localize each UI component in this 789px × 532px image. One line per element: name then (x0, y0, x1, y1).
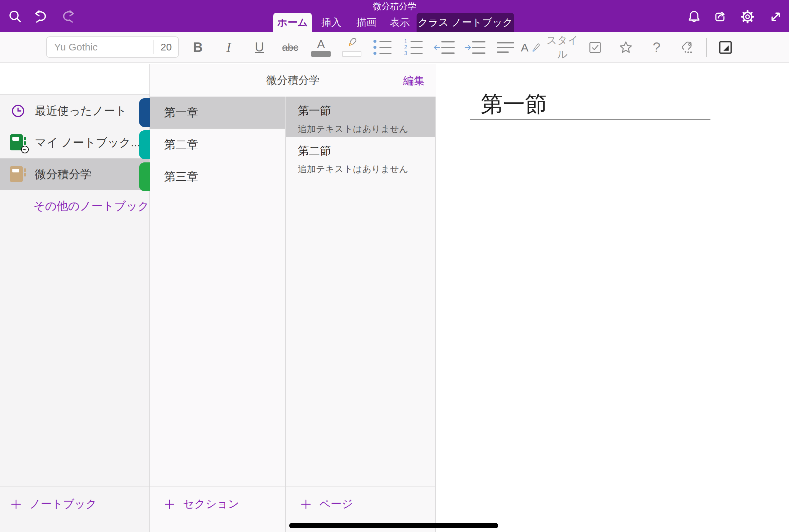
underline-button[interactable]: U (244, 32, 275, 62)
add-notebook-button[interactable]: ノートブック (11, 497, 97, 512)
section-color-tab (139, 130, 150, 159)
page-row-subtitle: 追加テキストはありません (298, 163, 435, 175)
highlight-button[interactable] (336, 32, 367, 62)
page-view-icon (718, 40, 733, 55)
question-icon: ? (653, 39, 660, 55)
highlighter-icon (345, 38, 358, 50)
settings-icon (739, 9, 755, 25)
tab-class-notebook[interactable]: クラス ノートブック (417, 13, 514, 32)
redo-button[interactable] (60, 9, 76, 25)
styles-button[interactable]: A スタイル (521, 32, 580, 62)
styles-brush-icon (530, 41, 540, 54)
section-row-2[interactable]: 第二章 (150, 129, 285, 161)
section-row-3[interactable]: 第三章 (150, 161, 285, 193)
page-row-title: 第二節 (298, 144, 435, 158)
tab-view[interactable]: 表示 (383, 13, 417, 32)
edit-button[interactable]: 編集 (401, 64, 427, 97)
bold-icon: B (193, 40, 203, 55)
section-row-1[interactable]: 第一章 (150, 97, 285, 129)
strikethrough-icon: abc (282, 42, 298, 53)
font-name-select[interactable]: Yu Gothic (47, 41, 153, 53)
page-row-title: 第一節 (298, 103, 435, 118)
share-icon (713, 9, 729, 25)
page-list: 第一節 追加テキストはありません 第二節 追加テキストはありません ページ (286, 97, 436, 532)
expand-icon (768, 9, 784, 25)
outdent-button[interactable] (429, 32, 459, 62)
font-color-swatch (311, 51, 331, 57)
italic-button[interactable]: I (213, 32, 244, 62)
bold-button[interactable]: B (183, 32, 213, 62)
page-editor-canvas[interactable]: 第一節 (436, 64, 789, 532)
section-color-tab (139, 163, 150, 191)
sidebar-header (0, 64, 149, 95)
styles-label: スタイル (545, 33, 580, 61)
notebook-header-title: 微分積分学 (150, 64, 436, 97)
notebook-sync-icon (10, 134, 26, 151)
add-notebook-label: ノートブック (30, 497, 97, 512)
clock-icon (10, 103, 26, 119)
plus-icon (164, 499, 175, 510)
home-indicator-bar[interactable] (289, 523, 498, 528)
section-footer: セクション (150, 487, 285, 532)
sidebar-item-label: マイ ノートブック... (35, 135, 140, 150)
tab-home[interactable]: ホーム (273, 13, 312, 32)
top-app-bar: 微分積分学 ホーム 挿入 描画 表示 クラス ノートブック (0, 0, 789, 32)
sidebar-item-recent-notes[interactable]: 最近使ったノート (0, 95, 149, 127)
search-button[interactable] (7, 9, 23, 25)
bullet-list-button[interactable] (367, 32, 398, 62)
todo-checkbox-icon (588, 40, 602, 55)
redo-icon (60, 9, 76, 25)
tags-button[interactable] (672, 32, 703, 62)
sync-badge-icon (21, 146, 29, 153)
numbered-list-button[interactable]: 1 2 3 (398, 32, 429, 62)
tab-draw[interactable]: 描画 (350, 13, 383, 32)
help-tag-button[interactable]: ? (641, 32, 672, 62)
tab-insert[interactable]: 挿入 (314, 13, 349, 32)
sidebar-item-label: 最近使ったノート (35, 103, 127, 119)
bullet-list-icon (373, 40, 392, 55)
share-button[interactable] (713, 9, 729, 25)
plus-icon (11, 499, 21, 510)
font-picker: Yu Gothic 20 (46, 36, 179, 58)
notebook-title: 微分積分学 (0, 1, 789, 12)
align-icon (497, 42, 514, 53)
settings-button[interactable] (739, 9, 755, 25)
fullscreen-button[interactable] (768, 9, 784, 25)
toolbar-buttons: B I U abc A (183, 32, 741, 62)
add-section-button[interactable]: セクション (164, 497, 239, 512)
formatting-toolbar: Yu Gothic 20 B I U abc A (0, 32, 789, 63)
strikethrough-button[interactable]: abc (275, 32, 305, 62)
undo-button[interactable] (33, 9, 49, 25)
notifications-button[interactable] (686, 9, 702, 25)
notebook-icon (10, 166, 26, 183)
sidebar-footer: ノートブック (0, 487, 149, 532)
styles-a-icon: A (521, 42, 529, 53)
font-color-button[interactable]: A (305, 32, 336, 62)
sidebar-item-label: 微分積分学 (35, 167, 92, 182)
font-color-icon: A (317, 38, 325, 50)
italic-icon: I (226, 39, 231, 55)
indent-button[interactable] (459, 32, 490, 62)
align-button[interactable] (490, 32, 521, 62)
page-row-2[interactable]: 第二節 追加テキストはありません (286, 137, 435, 177)
more-notebooks-link[interactable]: その他のノートブック (0, 190, 149, 222)
plus-icon (301, 499, 311, 510)
sidebar-item-calculus[interactable]: 微分積分学 (0, 158, 149, 190)
star-tag-button[interactable] (610, 32, 641, 62)
page-row-1[interactable]: 第一節 追加テキストはありません (286, 97, 435, 137)
numbered-list-icon: 1 2 3 (404, 40, 422, 55)
page-title-text[interactable]: 第一節 (481, 89, 547, 119)
add-page-button[interactable]: ページ (301, 497, 353, 512)
page-title-underline (470, 119, 710, 120)
section-name: 第二章 (164, 137, 198, 152)
underline-icon: U (255, 40, 264, 55)
undo-icon (33, 9, 49, 25)
sidebar-item-my-notebook[interactable]: マイ ノートブック... (0, 127, 149, 158)
search-icon (7, 9, 23, 25)
todo-tag-button[interactable] (580, 32, 610, 62)
font-size-select[interactable]: 20 (154, 41, 178, 53)
notebook-header: 微分積分学 編集 (150, 64, 436, 97)
star-icon (619, 40, 633, 55)
page-view-button[interactable] (710, 32, 741, 62)
section-list: 第一章 第二章 第三章 セクション (150, 97, 286, 532)
